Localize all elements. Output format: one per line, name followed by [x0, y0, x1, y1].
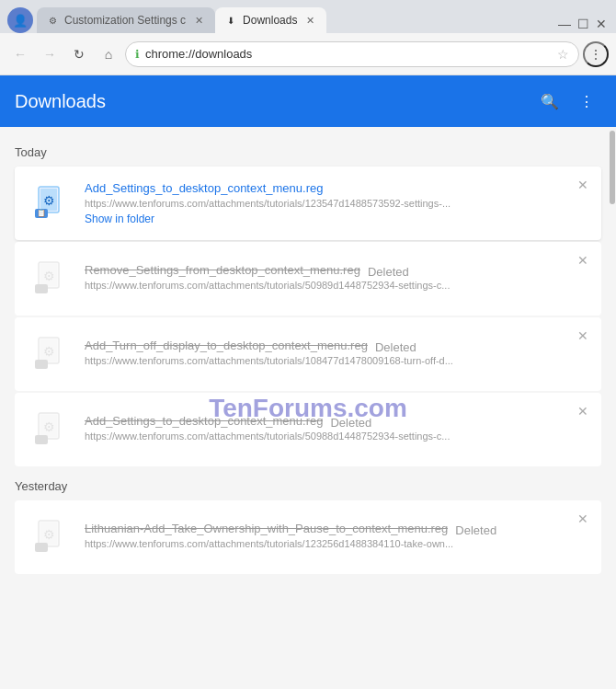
- download-item-2: ⚙ Remove_Settings_from_desktop_context_m…: [15, 242, 601, 316]
- today-section-label: Today: [15, 134, 601, 167]
- svg-text:⚙: ⚙: [43, 527, 55, 542]
- svg-text:⚙: ⚙: [43, 193, 55, 208]
- home-button[interactable]: ⌂: [96, 41, 121, 67]
- download-info-5: Lithuanian-Add_Take_Ownership_with_Pause…: [85, 522, 587, 553]
- url-5: https://www.tenforums.com/attachments/tu…: [85, 538, 587, 549]
- forward-button[interactable]: →: [37, 41, 63, 67]
- downloads-page: Downloads 🔍 ⋮ TenForums.com Today ⚙: [0, 75, 616, 689]
- download-info-4: Add_Settings_to_desktop_context_menu.reg…: [85, 414, 587, 445]
- download-item-4: ⚙ Add_Settings_to_desktop_context_menu.r…: [15, 393, 601, 466]
- svg-rect-8: [35, 284, 48, 293]
- customization-tab-title: Customization Settings c: [64, 14, 186, 27]
- url-2: https://www.tenforums.com/attachments/tu…: [85, 280, 587, 291]
- omnibar: ← → ↻ ⌂ ℹ chrome://downloads ☆ ⋮: [0, 33, 616, 75]
- svg-text:⚙: ⚙: [43, 269, 55, 283]
- scrollbar-track[interactable]: [609, 127, 616, 689]
- download-item-3: ⚙ Add_Turn_off_display_to_desktop_contex…: [15, 317, 601, 391]
- downloads-content-wrapper: TenForums.com Today ⚙ 📋 Add_Se: [0, 127, 616, 689]
- download-item-5: ⚙ Lithuanian-Add_Take_Ownership_with_Pau…: [15, 500, 601, 574]
- file-icon-5: ⚙: [29, 515, 74, 559]
- downloads-content[interactable]: Today ⚙ 📋 Add_Settings_to_desktop_contex…: [0, 127, 616, 583]
- svg-text:📋: 📋: [37, 208, 46, 217]
- dismiss-3[interactable]: ✕: [574, 327, 592, 345]
- filename-2: Remove_Settings_from_desktop_context_men…: [85, 263, 360, 277]
- file-icon-2: ⚙: [29, 257, 74, 301]
- file-icon-4: ⚙: [29, 408, 74, 452]
- filename-3: Add_Turn_off_display_to_desktop_context_…: [85, 339, 368, 352]
- filename-5: Lithuanian-Add_Take_Ownership_with_Pause…: [85, 522, 448, 535]
- svg-text:⚙: ⚙: [43, 419, 55, 434]
- url-3: https://www.tenforums.com/attachments/tu…: [85, 355, 587, 366]
- search-downloads-button[interactable]: 🔍: [535, 86, 565, 116]
- downloads-tab-favicon: ⬇: [224, 14, 237, 27]
- download-item: ⚙ 📋 Add_Settings_to_desktop_context_menu…: [15, 167, 601, 240]
- download-info-1: Add_Settings_to_desktop_context_menu.reg…: [85, 181, 587, 225]
- downloads-header: Downloads 🔍 ⋮: [0, 75, 616, 127]
- header-icons: 🔍 ⋮: [535, 86, 601, 116]
- tab-downloads[interactable]: ⬇ Downloads ✕: [215, 7, 326, 33]
- chrome-menu-button[interactable]: ⋮: [583, 41, 609, 67]
- svg-rect-16: [35, 435, 48, 444]
- filename-4: Add_Settings_to_desktop_context_menu.reg: [85, 414, 323, 428]
- deleted-label-3: Deleted: [375, 340, 416, 354]
- customization-tab-favicon: ⚙: [46, 14, 59, 27]
- scrollbar-thumb[interactable]: [610, 131, 615, 204]
- titlebar: 👤 ⚙ Customization Settings c ✕ ⬇ Downloa…: [0, 0, 616, 33]
- maximize-button[interactable]: ☐: [576, 18, 590, 29]
- profile-button[interactable]: 👤: [7, 7, 33, 33]
- dismiss-5[interactable]: ✕: [574, 510, 592, 528]
- secure-icon: ℹ: [135, 48, 140, 61]
- filename-row-2: Remove_Settings_from_desktop_context_men…: [85, 263, 587, 280]
- show-in-folder-1[interactable]: Show in folder: [85, 212, 587, 225]
- svg-rect-12: [35, 360, 48, 369]
- back-button[interactable]: ←: [7, 41, 33, 67]
- address-bar[interactable]: ℹ chrome://downloads ☆: [125, 41, 579, 67]
- url-4: https://www.tenforums.com/attachments/tu…: [85, 431, 587, 442]
- close-window-button[interactable]: ✕: [594, 18, 609, 29]
- yesterday-section-label: Yesterday: [15, 468, 601, 500]
- tab-customization[interactable]: ⚙ Customization Settings c ✕: [37, 7, 215, 33]
- bookmark-icon[interactable]: ☆: [557, 47, 569, 62]
- dismiss-4[interactable]: ✕: [574, 402, 592, 420]
- downloads-page-title: Downloads: [15, 91, 106, 112]
- customization-tab-close[interactable]: ✕: [191, 13, 206, 28]
- window-controls: — ☐ ✕: [550, 15, 616, 33]
- filename-1[interactable]: Add_Settings_to_desktop_context_menu.reg: [85, 181, 587, 195]
- deleted-label-2: Deleted: [368, 265, 409, 279]
- downloads-tab-close[interactable]: ✕: [302, 13, 317, 28]
- deleted-label-4: Deleted: [330, 416, 371, 430]
- dismiss-2[interactable]: ✕: [574, 251, 592, 270]
- file-icon-1: ⚙ 📋: [29, 181, 74, 225]
- minimize-button[interactable]: —: [557, 18, 572, 29]
- profile-icon: 👤: [13, 14, 28, 28]
- filename-row-3: Add_Turn_off_display_to_desktop_context_…: [85, 339, 587, 355]
- tab-strip: 👤 ⚙ Customization Settings c ✕ ⬇ Downloa…: [0, 7, 550, 33]
- download-info-3: Add_Turn_off_display_to_desktop_context_…: [85, 339, 587, 370]
- filename-row-4: Add_Settings_to_desktop_context_menu.reg…: [85, 414, 587, 431]
- reload-button[interactable]: ↻: [66, 41, 92, 67]
- file-icon-3: ⚙: [29, 332, 74, 376]
- filename-row-5: Lithuanian-Add_Take_Ownership_with_Pause…: [85, 522, 587, 538]
- download-info-2: Remove_Settings_from_desktop_context_men…: [85, 263, 587, 294]
- dismiss-1[interactable]: ✕: [574, 176, 592, 194]
- deleted-label-5: Deleted: [455, 523, 496, 537]
- more-options-button[interactable]: ⋮: [572, 86, 601, 116]
- svg-rect-20: [35, 543, 48, 552]
- url-1: https://www.tenforums.com/attachments/tu…: [85, 198, 587, 209]
- downloads-tab-title: Downloads: [243, 14, 297, 27]
- svg-text:⚙: ⚙: [43, 344, 55, 359]
- url-text: chrome://downloads: [145, 47, 552, 61]
